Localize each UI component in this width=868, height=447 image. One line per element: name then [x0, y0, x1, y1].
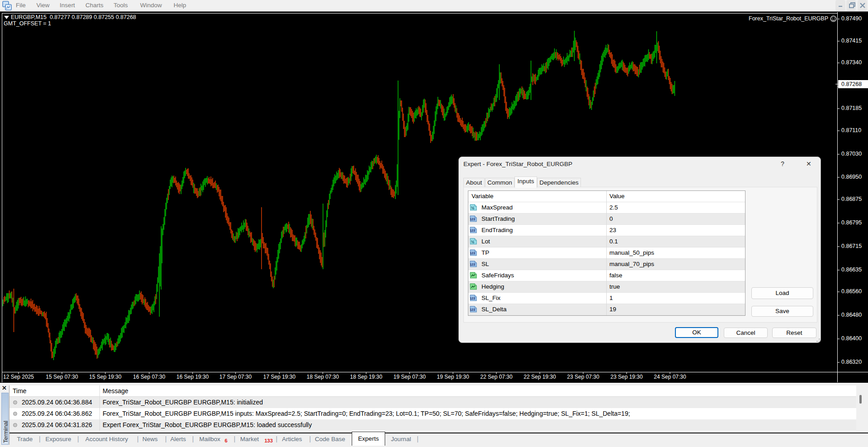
svg-text:123: 123 — [470, 252, 475, 255]
svg-text:123: 123 — [470, 263, 475, 266]
svg-text:½: ½ — [471, 240, 475, 244]
svg-text:123: 123 — [470, 308, 475, 311]
svg-text:123: 123 — [470, 229, 475, 232]
svg-text:123: 123 — [470, 218, 475, 221]
svg-text:½: ½ — [471, 206, 475, 210]
svg-text:123: 123 — [470, 297, 475, 300]
